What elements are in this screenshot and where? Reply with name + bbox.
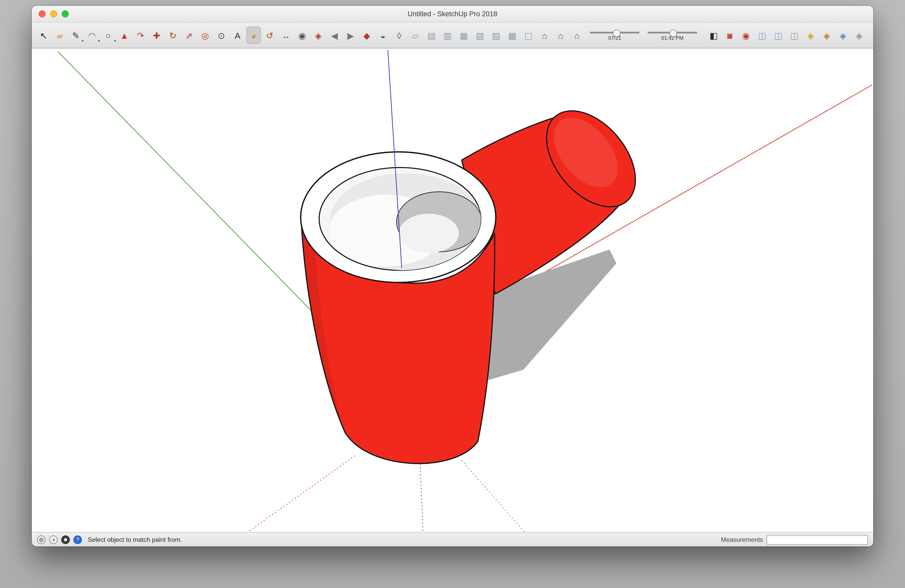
3d-warehouse-icon[interactable]: ◫ [755,27,769,44]
titlebar[interactable]: Untitled - SketchUp Pro 2018 [32,6,873,22]
match-photo-icon[interactable]: ◉ [739,27,753,44]
eraser-tool-icon[interactable]: ▰ [52,27,67,44]
dropdown-caret-icon[interactable]: ▾ [98,39,100,43]
model-canvas[interactable] [32,49,873,532]
paint-bucket-tool-icon[interactable]: ◕ [246,27,261,44]
fog-toggle-icon[interactable]: ◙ [722,27,737,44]
date-slider-track[interactable] [590,32,639,33]
scale-tool-icon[interactable]: ⇗ [182,27,196,44]
view-iso-icon[interactable]: ⌂ [537,27,552,44]
close-button[interactable] [39,10,46,17]
select-tool-icon[interactable]: ↖ [37,27,51,44]
walk-tool-icon[interactable]: ◊ [392,27,406,44]
rotate-tool-icon[interactable]: ↻ [166,27,180,44]
look-around-tool-icon[interactable]: ◒ [376,27,390,44]
style-shaded-textures-icon[interactable]: ▩ [505,27,519,44]
follow-me-tool-icon[interactable]: ↷ [133,27,148,44]
style-xray-icon[interactable]: ▤ [424,27,438,44]
extension-warehouse-icon[interactable]: ◈ [835,27,850,44]
sign-in-icon[interactable]: ☻ [61,535,70,544]
app-window: Untitled - SketchUp Pro 2018 ↖▰✎▾◠▾○▾▲↷✚… [32,6,873,546]
trimble-connect-icon[interactable]: ◈ [852,27,866,44]
blue-axis-negative [420,460,423,532]
status-bar: ◍◑☻? Select object to match paint from. … [32,532,873,547]
measurements-label: Measurements [721,536,763,543]
shadow-date-slider[interactable]: 07/21 [589,29,641,41]
section-plane-tool-icon[interactable]: ▱ [408,27,422,44]
geolocation-icon[interactable]: ◍ [37,535,46,544]
arc-tool-icon[interactable]: ◠▾ [85,27,99,44]
green-axis-negative [462,460,527,532]
move-tool-icon[interactable]: ✚ [149,27,164,44]
style-builder-icon[interactable]: ◈ [819,27,834,44]
style-back-edges-icon[interactable]: ▥ [440,27,455,44]
dropdown-caret-icon[interactable]: ▾ [82,39,84,43]
zoom-extents-tool-icon[interactable]: ◈ [311,27,325,44]
toolbar-tool-icons: ↖▰✎▾◠▾○▾▲↷✚↻⇗◎⊙A◕↺↔◉◈◀▶◆◒◊▱▤▥▦▧▨▩▢⌂⌂⌂ [37,27,584,44]
line-tool-icon[interactable]: ✎▾ [68,27,83,44]
desktop: Untitled - SketchUp Pro 2018 ↖▰✎▾◠▾○▾▲↷✚… [0,0,905,588]
push-pull-tool-icon[interactable]: ▲ [117,27,132,44]
toolbar: ↖▰✎▾◠▾○▾▲↷✚↻⇗◎⊙A◕↺↔◉◈◀▶◆◒◊▱▤▥▦▧▨▩▢⌂⌂⌂ 07… [32,22,873,49]
credits-icon[interactable]: ◑ [49,535,58,544]
model-viewport [32,49,873,532]
share-model-icon[interactable]: ◫ [771,27,786,44]
orbit-tool-icon[interactable]: ↺ [263,27,277,44]
interior-inner-highlight [399,214,459,253]
window-title: Untitled - SketchUp Pro 2018 [32,10,873,18]
dropdown-caret-icon[interactable]: ▾ [114,39,116,43]
previous-view-icon[interactable]: ◀ [327,27,341,44]
red-axis-negative [247,456,355,532]
text-tool-icon[interactable]: A [230,27,245,44]
offset-tool-icon[interactable]: ◎ [198,27,212,44]
zoom-tool-icon[interactable]: ◉ [295,27,309,44]
pan-tool-icon[interactable]: ↔ [279,27,293,44]
position-camera-tool-icon[interactable]: ◆ [360,27,374,44]
style-monochrome-icon[interactable]: ▢ [521,27,535,44]
minimize-button[interactable] [50,10,57,17]
date-slider-knob[interactable] [613,29,620,37]
layout-export-icon[interactable]: ◈ [803,27,818,44]
style-shaded-icon[interactable]: ▨ [489,27,503,44]
view-front-icon[interactable]: ⌂ [570,27,584,44]
shape-tool-icon[interactable]: ○▾ [101,27,116,44]
style-hidden-line-icon[interactable]: ▧ [473,27,487,44]
toolbar-right-icons: ◧◙◉◫◫◫◈◈◈◈ [707,27,866,44]
shadows-toggle-icon[interactable]: ◧ [707,27,721,44]
status-icons: ◍◑☻? [37,535,82,544]
time-slider-knob[interactable] [670,29,677,37]
status-message: Select object to match paint from. [88,536,182,543]
time-slider-track[interactable] [648,32,697,33]
zoom-button[interactable] [62,10,68,17]
share-component-icon[interactable]: ◫ [788,27,802,44]
measurements-input[interactable] [767,535,868,544]
view-top-icon[interactable]: ⌂ [553,27,568,44]
shadow-time-slider[interactable]: 01:42 PM [646,29,699,41]
traffic-lights [32,10,68,17]
next-view-icon[interactable]: ▶ [343,27,358,44]
tape-measure-tool-icon[interactable]: ⊙ [214,27,229,44]
help-icon[interactable]: ? [73,535,82,544]
green-axis [58,51,319,318]
style-wireframe-icon[interactable]: ▦ [457,27,471,44]
